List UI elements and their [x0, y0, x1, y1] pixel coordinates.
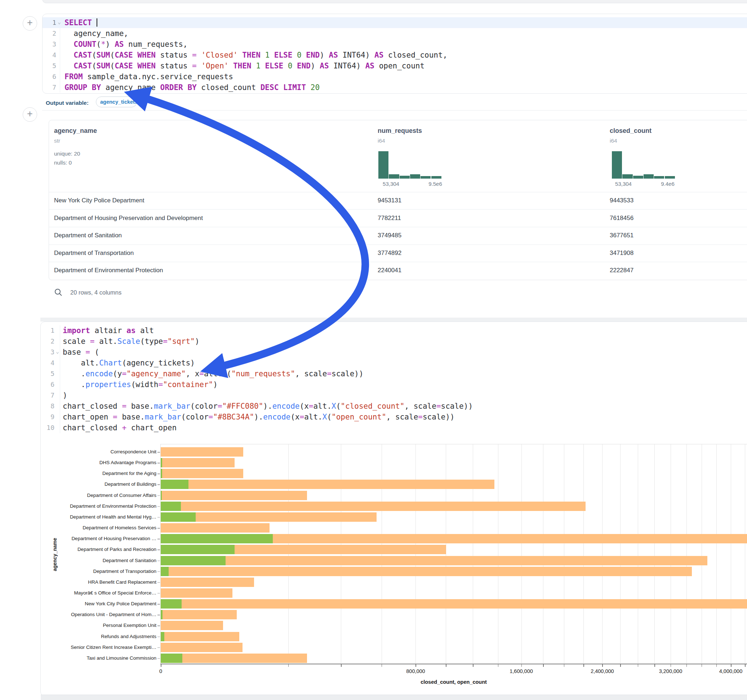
chart-y-label: Department for the Aging: [39, 471, 156, 476]
chart-y-tick: [157, 528, 160, 529]
chart-x-tick: [687, 664, 687, 667]
chart-x-tick: [564, 664, 565, 667]
chart-x-axis-title: closed_count, open_count: [420, 679, 487, 685]
chart-y-tick: [157, 658, 160, 659]
chart-y-tick: [157, 582, 160, 583]
chart-bar-open[interactable]: [161, 653, 182, 663]
chart-bar-open[interactable]: [161, 534, 273, 543]
chart-x-tick-label: 2,400,000: [591, 668, 614, 674]
chart-y-label: Senior Citizen Rent Increase Exempti…: [39, 644, 156, 650]
chart-x-tick: [161, 664, 162, 667]
chart-bar-closed[interactable]: [161, 556, 708, 565]
chart-bar-open[interactable]: [161, 480, 189, 489]
chart-bar-closed[interactable]: [161, 643, 242, 652]
chart-gridline: [522, 444, 522, 664]
chart-bar-closed[interactable]: [161, 447, 243, 457]
chart-x-tick: [473, 664, 473, 667]
chart-bar-closed[interactable]: [161, 621, 223, 630]
chart-bar-closed[interactable]: [161, 469, 243, 478]
chart-x-tick: [498, 664, 499, 667]
chart-bar-open[interactable]: [161, 632, 164, 641]
chart-y-label: New York City Police Department: [39, 601, 156, 606]
chart-y-tick: [157, 593, 160, 594]
chart-x-tick: [671, 664, 671, 667]
chart-y-tick: [157, 484, 160, 485]
altair-chart: Correspondence UnitDHS Advantage Program…: [0, 0, 747, 700]
chart-gridline: [745, 444, 745, 664]
chart-y-tick: [157, 474, 160, 474]
chart-y-tick: [157, 637, 160, 637]
chart-gridline: [564, 444, 564, 664]
chart-bar-open[interactable]: [161, 610, 163, 619]
plot-top-border: [160, 444, 747, 444]
chart-x-tick: [416, 664, 416, 667]
chart-y-tick: [157, 572, 160, 572]
chart-x-tick: [702, 664, 702, 667]
chart-bar-closed[interactable]: [161, 610, 237, 619]
chart-y-label: Taxi and Limousine Commission: [39, 655, 156, 661]
chart-gridline: [731, 444, 731, 664]
chart-y-tick: [157, 647, 160, 648]
chart-x-tick: [543, 664, 544, 667]
chart-bar-closed[interactable]: [161, 599, 747, 608]
chart-x-tick: [716, 664, 717, 667]
chart-bar-open[interactable]: [161, 502, 181, 511]
chart-y-label: Department of Health and Mental Hyg…: [39, 514, 156, 520]
chart-y-label: Correspondence Unit: [39, 449, 156, 454]
chart-gridline: [543, 444, 543, 664]
chart-y-tick: [157, 452, 160, 453]
chart-x-tick: [341, 664, 342, 667]
chart-x-tick: [446, 664, 446, 667]
chart-y-axis-title: agency_name: [52, 538, 57, 572]
chart-y-label: DHS Advantage Programs: [39, 460, 156, 465]
chart-bar-closed[interactable]: [161, 502, 585, 511]
chart-gridline: [716, 444, 717, 664]
chart-y-tick: [157, 463, 160, 463]
chart-bar-open[interactable]: [161, 556, 225, 565]
chart-gridline: [584, 444, 584, 664]
chart-bar-closed[interactable]: [161, 491, 307, 500]
chart-bar-closed[interactable]: [161, 578, 254, 587]
chart-y-label: Department of Buildings: [39, 481, 156, 487]
chart-x-tick: [638, 664, 638, 667]
chart-gridline: [473, 444, 473, 664]
chart-y-tick: [157, 561, 160, 561]
chart-y-label: Operations Unit - Department of Hom…: [39, 612, 156, 617]
chart-y-label: Department of Consumer Affairs: [39, 493, 156, 498]
chart-x-tick-label: 4,000,000: [719, 668, 742, 674]
chart-bar-closed[interactable]: [161, 588, 233, 598]
chart-gridline: [687, 444, 687, 664]
chart-x-axis-line: [160, 664, 747, 664]
chart-y-tick: [157, 549, 160, 550]
chart-bar-open[interactable]: [161, 545, 234, 554]
chart-bar-closed[interactable]: [161, 480, 494, 489]
chart-y-label: Mayorâ€ s Office of Special Enforce…: [39, 590, 156, 596]
chart-gridline: [702, 444, 702, 664]
chart-bar-open[interactable]: [161, 599, 181, 608]
chart-bar-open[interactable]: [161, 512, 196, 522]
chart-bar-closed[interactable]: [161, 567, 692, 576]
chart-x-tick-label: 800,000: [406, 668, 425, 674]
chart-x-tick: [655, 664, 655, 667]
chart-bar-open[interactable]: [161, 469, 162, 478]
chart-bar-closed[interactable]: [161, 458, 234, 468]
chart-y-tick: [157, 517, 160, 518]
chart-bar-closed[interactable]: [161, 523, 269, 533]
chart-y-label: Department of Homeless Services: [39, 525, 156, 530]
chart-y-label: Department of Environmental Protection: [39, 503, 156, 509]
chart-bar-closed[interactable]: [161, 653, 307, 663]
chart-y-tick: [157, 539, 160, 539]
notebook-page: + + 1⌄SELECT 2 agency_name,3 COUNT(*) AS…: [0, 0, 747, 700]
chart-x-tick: [584, 664, 584, 667]
chart-y-tick: [157, 495, 160, 496]
chart-y-tick: [157, 615, 160, 616]
chart-bar-closed[interactable]: [161, 632, 239, 641]
chart-bar-open[interactable]: [161, 567, 169, 576]
chart-gridline: [671, 444, 671, 664]
chart-y-label: HRA Benefit Card Replacement: [39, 579, 156, 585]
chart-x-tick: [602, 664, 603, 667]
chart-bar-open[interactable]: [161, 491, 162, 500]
chart-bar-open[interactable]: [161, 458, 162, 468]
chart-gridline: [638, 444, 638, 664]
chart-x-tick-label: 0: [159, 668, 162, 674]
